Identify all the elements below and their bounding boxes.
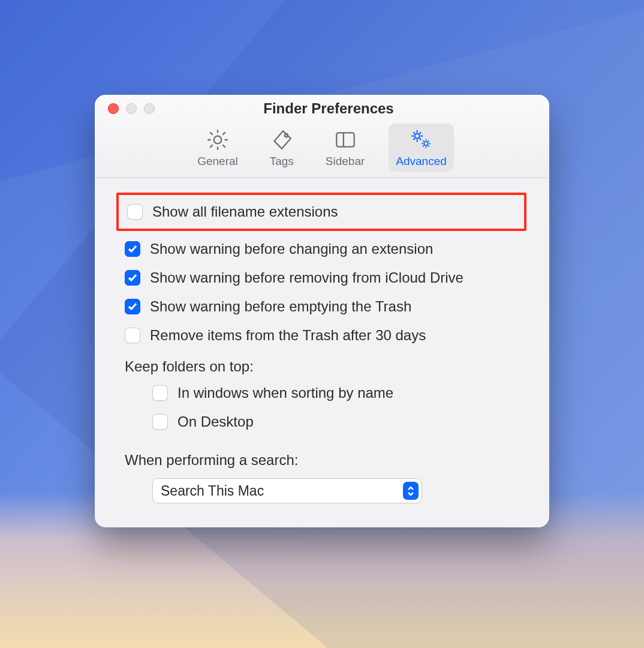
- option-label: In windows when sorting by name: [177, 385, 393, 401]
- tab-advanced[interactable]: Advanced: [389, 124, 454, 172]
- checkbox[interactable]: [125, 299, 140, 314]
- tab-general[interactable]: General: [190, 124, 245, 172]
- svg-point-0: [214, 136, 222, 144]
- window-title: Finder Preferences: [108, 100, 549, 117]
- option-trash-30-days[interactable]: Remove items from the Trash after 30 day…: [125, 321, 519, 350]
- svg-point-4: [414, 134, 419, 139]
- preferences-window: Finder Preferences General Tags: [95, 95, 549, 527]
- checkbox[interactable]: [125, 270, 140, 286]
- gears-icon: [409, 127, 434, 152]
- option-warn-icloud[interactable]: Show warning before removing from iCloud…: [125, 263, 519, 292]
- svg-point-5: [424, 142, 428, 146]
- advanced-pane: Show all filename extensions Show warnin…: [95, 178, 549, 527]
- tab-label: General: [197, 155, 238, 168]
- option-show-extensions[interactable]: Show all filename extensions: [116, 193, 526, 231]
- checkbox[interactable]: [152, 385, 168, 401]
- titlebar: Finder Preferences General Tags: [95, 95, 549, 178]
- keep-folders-label: Keep folders on top:: [125, 350, 519, 379]
- option-label: Show all filename extensions: [152, 203, 338, 220]
- tag-icon: [269, 127, 294, 152]
- search-label: When performing a search:: [125, 436, 519, 472]
- checkbox[interactable]: [127, 204, 143, 220]
- gear-icon: [205, 127, 230, 152]
- option-label: On Desktop: [177, 413, 254, 430]
- option-label: Show warning before removing from iCloud…: [150, 269, 464, 286]
- option-folders-windows[interactable]: In windows when sorting by name: [125, 379, 519, 407]
- option-label: Show warning before changing an extensio…: [150, 241, 433, 257]
- sidebar-icon: [333, 127, 358, 152]
- tab-sidebar[interactable]: Sidebar: [318, 124, 372, 172]
- tab-label: Tags: [270, 155, 294, 168]
- option-warn-extension[interactable]: Show warning before changing an extensio…: [125, 235, 519, 263]
- checkbox[interactable]: [125, 241, 140, 257]
- checkbox[interactable]: [152, 414, 168, 430]
- desktop-background: Finder Preferences General Tags: [0, 0, 644, 648]
- svg-point-1: [285, 134, 288, 137]
- option-label: Remove items from the Trash after 30 day…: [150, 327, 426, 344]
- svg-rect-2: [336, 133, 354, 146]
- option-warn-trash[interactable]: Show warning before emptying the Trash: [125, 292, 519, 321]
- tab-label: Sidebar: [326, 155, 365, 168]
- search-scope-select[interactable]: Search This Mac: [152, 478, 422, 503]
- option-folders-desktop[interactable]: On Desktop: [125, 407, 519, 436]
- option-label: Show warning before emptying the Trash: [150, 298, 411, 315]
- tab-label: Advanced: [396, 155, 447, 168]
- chevron-up-down-icon: [403, 482, 419, 500]
- checkbox[interactable]: [125, 328, 140, 343]
- tab-tags[interactable]: Tags: [262, 124, 302, 172]
- toolbar: General Tags Sidebar: [95, 124, 549, 172]
- select-value: Search This Mac: [161, 483, 264, 499]
